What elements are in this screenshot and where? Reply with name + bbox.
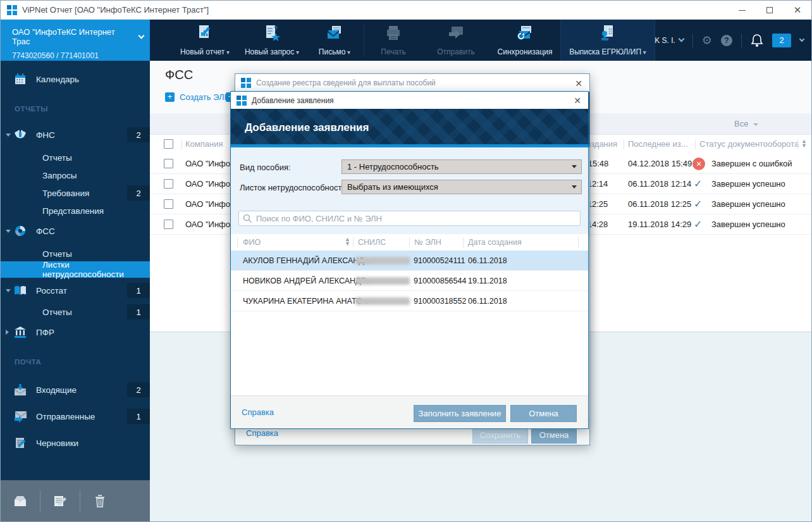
minimize-button[interactable] bbox=[728, 1, 756, 20]
column-header-fio[interactable]: ФИО bbox=[243, 238, 261, 247]
list-item[interactable]: НОВИКОВ АНДРЕЙ АЛЕКСАНДР... 910000856544… bbox=[231, 271, 588, 291]
sidebar-item-fns-submissions[interactable]: Представления bbox=[1, 202, 150, 220]
edit-button[interactable] bbox=[40, 494, 80, 508]
notifications-badge[interactable]: 2 bbox=[772, 34, 791, 47]
sort-icon[interactable]: ▲▼ bbox=[345, 237, 350, 246]
letter-button[interactable]: Письмо bbox=[305, 20, 364, 61]
dialog-close-button[interactable]: ✕ bbox=[567, 92, 588, 109]
row-checkbox[interactable] bbox=[164, 199, 173, 209]
help-icon[interactable]: ? bbox=[721, 35, 732, 46]
row-checkbox[interactable] bbox=[164, 159, 173, 168]
app-logo-icon bbox=[7, 5, 17, 15]
sidebar-item-drafts[interactable]: Черновики bbox=[1, 433, 150, 452]
save-button[interactable]: Сохранить bbox=[472, 426, 528, 444]
column-header-created[interactable]: Дата создания bbox=[468, 238, 522, 247]
tree-caret-icon[interactable] bbox=[6, 330, 9, 335]
tree-caret-icon[interactable] bbox=[6, 230, 11, 233]
tree-caret-icon[interactable] bbox=[6, 289, 11, 292]
app-logo-icon bbox=[241, 78, 251, 88]
sidebar-item-label: Представления bbox=[42, 206, 104, 216]
settings-gear-icon[interactable]: ⚙ bbox=[702, 34, 712, 47]
sidebar-item-sent[interactable]: Отправленные 1 bbox=[1, 407, 150, 426]
sort-icon[interactable]: ▲▼ bbox=[801, 139, 807, 148]
fill-application-button[interactable]: Заполнить заявление bbox=[414, 405, 506, 422]
send-label: Отправить bbox=[437, 47, 475, 56]
send-button[interactable]: Отправить bbox=[422, 20, 489, 61]
company-selector[interactable]: ОАО "ИнфоТеКС Интернет Трас 7743020560 /… bbox=[1, 20, 150, 61]
create-eln-button[interactable]: + Создать ЭЛН bbox=[165, 92, 230, 102]
delete-button[interactable] bbox=[80, 494, 120, 508]
sidebar-item-fns-reports[interactable]: Отчеты bbox=[1, 149, 150, 166]
letter-label: Письмо bbox=[319, 47, 350, 56]
egrul-button[interactable]: Выписка ЕГРЮЛ/ИП bbox=[560, 20, 655, 61]
new-request-button[interactable]: ? Новый запрос bbox=[238, 20, 305, 61]
new-report-label: Новый отчет bbox=[180, 47, 230, 56]
sidebar-item-rosstat[interactable]: Росстат 1 bbox=[1, 282, 150, 299]
sidebar-item-fns-demands[interactable]: Требования2 bbox=[1, 184, 150, 202]
list-item[interactable]: АКУЛОВ ГЕННАДИЙ АЛЕКСАНД... 910000524111… bbox=[231, 251, 588, 271]
chevron-down-icon[interactable] bbox=[799, 37, 804, 42]
bell-icon[interactable] bbox=[751, 34, 763, 47]
sidebar-item-label: Листки нетрудоспособности bbox=[42, 260, 150, 279]
column-header-snils[interactable]: СНИЛС bbox=[358, 238, 386, 247]
sidebar-item-label: ФНС bbox=[36, 130, 55, 140]
cell-created: 19.11.2018 bbox=[468, 277, 507, 285]
app-window: ViPNet Отчет [ОАО "ИнфоТеКС Интернет Тра… bbox=[0, 0, 812, 522]
cancel-button[interactable]: Отмена bbox=[510, 405, 577, 422]
cell-fio: АКУЛОВ ГЕННАДИЙ АЛЕКСАНД... bbox=[243, 256, 371, 265]
archive-button[interactable] bbox=[1, 495, 40, 507]
row-checkbox[interactable] bbox=[164, 220, 173, 229]
row-checkbox[interactable] bbox=[164, 179, 173, 189]
sidebar-item-sick-leave-sheets[interactable]: Листки нетрудоспособности bbox=[1, 261, 150, 278]
search-input[interactable] bbox=[256, 214, 580, 223]
sidebar-item-calendar[interactable]: Календарь bbox=[1, 70, 150, 88]
sick-list-select[interactable]: Выбрать из имеющихся bbox=[341, 180, 582, 194]
sidebar-item-fns[interactable]: ФНС 2 bbox=[1, 126, 150, 144]
pfr-icon bbox=[13, 326, 27, 339]
sync-button[interactable]: Синхронизация bbox=[489, 20, 560, 61]
chevron-down-icon bbox=[138, 32, 145, 39]
help-link[interactable]: Справка bbox=[242, 407, 274, 417]
sidebar-item-fss[interactable]: ФСС bbox=[1, 222, 150, 240]
user-menu[interactable]: K S. I. bbox=[655, 36, 684, 45]
benefit-type-select[interactable]: 1 - Нетрудоспособность bbox=[341, 159, 582, 174]
column-header-eln[interactable]: № ЭЛН bbox=[414, 238, 441, 247]
filter-status[interactable]: Все bbox=[734, 119, 758, 128]
column-header-modified[interactable]: Последнее из... bbox=[628, 139, 688, 149]
sidebar-item-rosstat-reports[interactable]: Отчеты1 bbox=[1, 303, 150, 321]
cancel-button[interactable]: Отмена bbox=[531, 426, 577, 444]
new-report-button[interactable]: Новый отчет bbox=[171, 20, 238, 61]
sidebar-item-fns-requests[interactable]: Запросы bbox=[1, 166, 150, 184]
help-link[interactable]: Справка bbox=[246, 428, 278, 438]
benefit-type-value: 1 - Нетрудоспособность bbox=[347, 162, 439, 171]
print-button[interactable]: Печать bbox=[364, 20, 422, 61]
status-text: Завершен успешно bbox=[711, 179, 785, 189]
count-badge: 1 bbox=[127, 304, 150, 320]
sidebar-item-inbox[interactable]: Входящие 2 bbox=[1, 380, 150, 399]
sidebar-item-label: Черновики bbox=[36, 438, 78, 448]
separator bbox=[692, 34, 693, 47]
new-request-label: Новый запрос bbox=[245, 47, 299, 56]
edit-icon bbox=[52, 494, 68, 508]
tree-caret-icon[interactable] bbox=[6, 134, 11, 137]
list-item[interactable]: ЧУКАРИНА ЕКАТЕРИНА АНАТО... 910000318552… bbox=[231, 291, 588, 311]
dialog-close-button[interactable]: ✕ bbox=[568, 75, 589, 92]
column-header-company[interactable]: Компания bbox=[185, 139, 223, 149]
select-all-checkbox[interactable] bbox=[164, 139, 173, 149]
cell-eln: 910000524111 bbox=[414, 256, 465, 265]
sync-label: Синхронизация bbox=[498, 47, 553, 56]
close-button[interactable]: ✕ bbox=[784, 1, 811, 20]
section-header-reports: ОТЧЕТЫ bbox=[15, 105, 48, 113]
sidebar-item-label: Отправленные bbox=[36, 412, 95, 421]
rosstat-book-icon bbox=[13, 285, 27, 296]
status-text: Завершен с ошибкой bbox=[711, 159, 792, 168]
sidebar-item-pfr[interactable]: ПФР bbox=[1, 323, 150, 341]
cell-modified: 06.11.2018 12:14 bbox=[628, 179, 691, 189]
snils-redacted bbox=[355, 277, 410, 285]
maximize-button[interactable] bbox=[756, 1, 784, 20]
column-header-status[interactable]: Статус документооборота bbox=[699, 139, 799, 149]
egrul-label: Выписка ЕГРЮЛ/ИП bbox=[569, 47, 646, 56]
calendar-icon bbox=[13, 73, 27, 85]
dialog-title: Добавление заявления bbox=[252, 96, 334, 105]
cell-modified: 19.11.2018 14:29 bbox=[628, 220, 691, 229]
